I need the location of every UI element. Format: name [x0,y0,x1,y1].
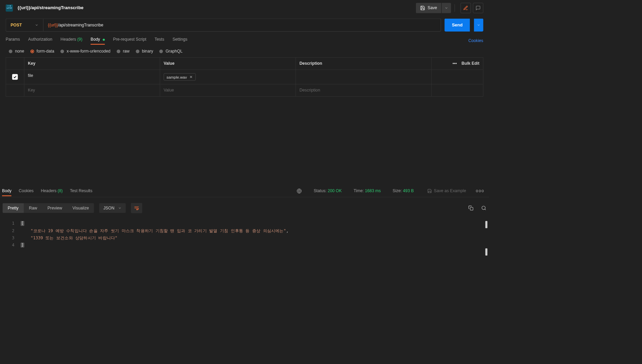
response-format-value: JSON [103,206,114,210]
tab-settings[interactable]: Settings [173,37,187,44]
status-value: 200 OK [328,188,342,193]
key-placeholder[interactable]: Key [24,84,160,96]
col-value: Value [160,58,296,69]
chevron-down-icon [35,23,38,27]
tab-tests[interactable]: Tests [155,37,164,44]
file-chip[interactable]: sample.wav ✕ [164,73,196,80]
line-number: 3 [0,235,21,242]
code-line: 4] [0,242,487,249]
line-number: 2 [0,227,21,234]
line-number: 4 [0,242,21,249]
size-block: Size: 493 B [393,188,414,193]
row-description[interactable] [296,70,432,84]
line-number: 1 [0,220,21,227]
body-type-none[interactable]: none [9,49,24,54]
svg-point-5 [482,206,485,209]
body-type-urlencoded[interactable]: x-www-form-urlencoded [60,49,111,54]
code-line: 1[ [0,220,487,227]
col-key: Key [24,58,160,69]
rename-button[interactable] [461,3,471,13]
view-pretty[interactable]: Pretty [3,203,24,213]
http-method-select[interactable]: POST [6,19,43,32]
body-type-form-data[interactable]: form-data [31,49,54,54]
send-dropdown[interactable] [474,19,483,32]
send-label: Send [452,22,463,27]
value-placeholder[interactable]: Value [160,84,296,96]
response-body[interactable]: 1[2 "코로나 19 예방 수칙입니다 손을 자주 씻기 마스크 착용하기 기… [0,218,487,277]
url-variable: {{url}} [48,23,58,27]
save-label: Save [428,6,437,11]
view-visualize[interactable]: Visualize [67,203,94,213]
row-value[interactable]: sample.wav ✕ [160,70,296,84]
view-raw[interactable]: Raw [24,203,42,213]
request-title: {{url}}/api/streamingTranscribe [18,5,84,11]
send-button[interactable]: Send [445,19,470,32]
cookies-link[interactable]: Cookies [468,38,483,43]
save-dropdown[interactable] [442,3,451,13]
table-row: Key Value Description [6,84,483,96]
bulk-edit-link[interactable]: Bulk Edit [461,61,479,66]
copy-response-icon[interactable] [468,205,474,210]
scrollbar-thumb[interactable] [485,248,487,256]
network-icon[interactable] [297,188,302,194]
body-type-raw[interactable]: raw [117,49,129,54]
response-more-icon[interactable]: ooo [476,188,484,193]
body-type-binary[interactable]: binary [136,49,153,54]
word-wrap-toggle[interactable] [131,203,142,213]
remove-file-icon[interactable]: ✕ [189,75,193,79]
request-url-box[interactable]: POST {{url}}/api/streamingTranscribe [6,19,441,32]
time-block: Time: 1683 ms [354,188,381,193]
chevron-down-icon [118,206,122,210]
view-preview[interactable]: Preview [42,203,67,213]
http-method-value: POST [11,23,22,27]
table-row: file sample.wav ✕ [6,70,483,84]
request-url[interactable]: {{url}}/api/streamingTranscribe [43,23,108,27]
svg-text:HTTP: HTTP [7,7,12,9]
response-headers-count: (8) [58,188,63,193]
response-tab-cookies[interactable]: Cookies [19,186,34,196]
svg-rect-4 [470,207,473,210]
file-name: sample.wav [166,75,187,79]
response-tab-test-results[interactable]: Test Results [70,186,92,196]
body-type-graphql[interactable]: GraphQL [159,49,182,54]
row-enable-checkbox[interactable] [12,74,18,80]
comment-button[interactable] [473,3,483,13]
code-line: 2 "코로나 19 예방 수칙입니다 손을 자주 씻기 마스크 착용하기 기침할… [0,227,487,234]
svg-line-6 [485,209,486,210]
scrollbar-thumb[interactable] [485,221,487,228]
tab-params[interactable]: Params [6,37,20,44]
col-description: Description [296,58,432,69]
table-more-icon[interactable]: ••• [453,61,457,66]
tab-authorization[interactable]: Authorization [28,37,52,44]
tab-pre-request-script[interactable]: Pre-request Script [113,37,146,44]
http-method-icon: HTTP [6,4,13,12]
row-key[interactable]: file [24,70,160,84]
status-block: Status: 200 OK [314,188,342,193]
response-format-select[interactable]: JSON [99,203,126,213]
size-value: 493 B [403,188,414,193]
time-value: 1683 ms [365,188,381,193]
code-line: 3 "1339 또는 보건소와 상담하시기 바랍니다" [0,235,487,242]
tab-headers[interactable]: Headers (9) [61,37,82,44]
save-as-example[interactable]: Save as Example [427,188,466,193]
response-view-mode: Pretty Raw Preview Visualize [3,203,94,213]
tab-body[interactable]: Body [91,37,105,44]
body-modified-indicator [103,39,105,41]
url-path: /api/streamingTranscribe [58,23,103,27]
description-placeholder[interactable]: Description [296,84,432,96]
save-button[interactable]: Save [416,3,441,13]
headers-count: (9) [77,37,82,42]
response-tab-body[interactable]: Body [2,186,12,196]
form-data-table: Key Value Description ••• Bulk Edit file… [6,57,483,97]
response-tab-headers[interactable]: Headers (8) [41,186,63,196]
search-response-icon[interactable] [481,205,486,210]
